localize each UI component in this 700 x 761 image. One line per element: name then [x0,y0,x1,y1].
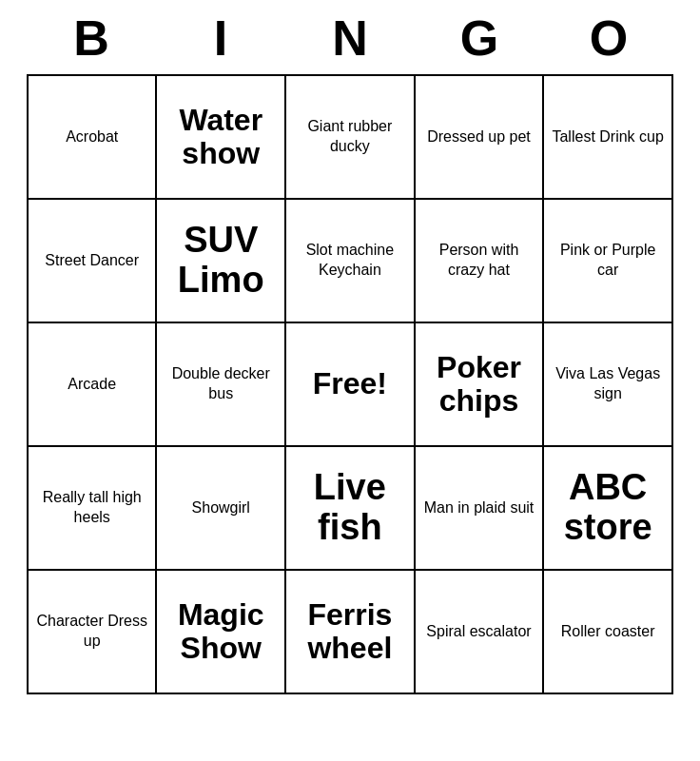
cell-4-0: Character Dress up [28,570,156,693]
letter-o: O [547,10,671,67]
letter-n: N [288,10,412,67]
cell-2-0: Arcade [28,322,156,446]
cell-2-3: Poker chips [415,322,544,446]
cell-1-2: Slot machine Keychain [285,199,415,322]
cell-2-1: Double decker bus [156,322,285,446]
table-row: ArcadeDouble decker busFree!Poker chipsV… [28,322,672,446]
cell-0-3: Dressed up pet [415,75,544,199]
table-row: Street DancerSUV LimoSlot machine Keycha… [28,199,672,322]
table-row: AcrobatWater showGiant rubber duckyDress… [28,75,672,199]
cell-0-0: Acrobat [28,75,156,199]
cell-3-1: Showgirl [156,446,285,570]
bingo-header: B I N G O [27,0,673,74]
letter-i: I [159,10,282,67]
bingo-grid: AcrobatWater showGiant rubber duckyDress… [27,74,673,694]
cell-4-1: Magic Show [156,570,285,693]
cell-2-2: Free! [285,322,415,446]
cell-4-3: Spiral escalator [415,570,544,693]
cell-4-2: Ferris wheel [285,570,415,693]
cell-0-4: Tallest Drink cup [543,75,672,199]
cell-1-4: Pink or Purple car [543,199,672,322]
cell-0-1: Water show [156,75,285,199]
cell-1-1: SUV Limo [156,199,285,322]
cell-3-0: Really tall high heels [28,446,156,570]
letter-g: G [418,10,541,67]
cell-2-4: Viva Las Vegas sign [543,322,672,446]
cell-3-3: Man in plaid suit [415,446,544,570]
cell-1-0: Street Dancer [28,199,156,322]
letter-b: B [29,10,153,67]
cell-0-2: Giant rubber ducky [285,75,415,199]
cell-1-3: Person with crazy hat [415,199,544,322]
table-row: Really tall high heelsShowgirlLive fishM… [28,446,672,570]
table-row: Character Dress upMagic ShowFerris wheel… [28,570,672,693]
cell-3-4: ABC store [543,446,672,570]
cell-4-4: Roller coaster [543,570,672,693]
cell-3-2: Live fish [285,446,415,570]
